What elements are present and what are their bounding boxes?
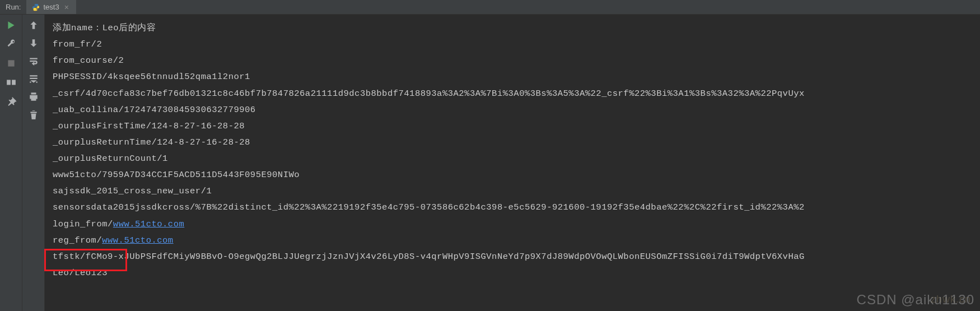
- console-line: _ourplusReturnTime/124-8-27-16-28-28: [53, 134, 974, 151]
- pin-icon[interactable]: [6, 96, 16, 106]
- console-toolbar: [22, 15, 45, 311]
- wrench-icon[interactable]: [6, 39, 16, 49]
- left-toolbar: [0, 15, 22, 311]
- console-line: reg_from/www.51cto.com: [53, 233, 974, 249]
- svg-rect-0: [8, 60, 14, 66]
- run-label: Run:: [0, 3, 26, 11]
- up-arrow-icon[interactable]: [29, 20, 39, 30]
- console-line: _ourplusReturnCount/1: [53, 151, 974, 167]
- svg-rect-1: [7, 80, 11, 85]
- python-icon: [32, 3, 40, 11]
- console-line: _ourplusFirstTime/124-8-27-16-28-28: [53, 118, 974, 134]
- console-line: _csrf/4d70ccfa83c7bef76db01321c8c46bf7b7…: [53, 86, 974, 102]
- svg-rect-2: [12, 80, 16, 85]
- layout-icon[interactable]: [6, 77, 16, 87]
- console-line: tfstk/fCMo9-xJUbPSFdfCMiyW9BBvO-O9egwQg2…: [53, 249, 974, 265]
- soft-wrap-icon[interactable]: [29, 56, 39, 66]
- console-line: from_course/2: [53, 53, 974, 69]
- trash-icon[interactable]: [29, 110, 39, 120]
- console-link[interactable]: www.51cto.com: [102, 235, 173, 245]
- run-tab[interactable]: test3 ×: [26, 0, 76, 14]
- console-text: login_from/: [53, 219, 113, 229]
- console-line: login_from/www.51cto.com: [53, 216, 974, 233]
- tab-name: test3: [43, 3, 59, 11]
- scroll-to-end-icon[interactable]: [29, 74, 39, 84]
- console-line: Leo/Leo123: [53, 265, 974, 281]
- print-icon[interactable]: [29, 92, 39, 102]
- down-arrow-icon[interactable]: [29, 38, 39, 48]
- stop-icon[interactable]: [6, 58, 16, 68]
- console-line: sensorsdata2015jssdkcross/%7B%22distinct…: [53, 199, 974, 216]
- console-text: reg_from/: [53, 235, 102, 245]
- console-line: _uab_collina/172474730845930632779906: [53, 102, 974, 118]
- console-line: www51cto/7959A7D34CC1F5ACD511D5443F095E9…: [53, 167, 974, 183]
- console-link[interactable]: www.51cto.com: [113, 219, 184, 229]
- main-area: 添加name：Leo后的内容from_fr/2from_course/2PHPS…: [0, 15, 980, 311]
- close-icon[interactable]: ×: [63, 3, 71, 12]
- console-line: sajssdk_2015_cross_new_user/1: [53, 183, 974, 199]
- console-output[interactable]: 添加name：Leo后的内容from_fr/2from_course/2PHPS…: [45, 15, 980, 311]
- console-line: PHPSESSID/4ksqee56tnnudl52qma1l2nor1: [53, 69, 974, 85]
- run-header: Run: test3 ×: [0, 0, 980, 15]
- console-line: 添加name：Leo后的内容: [53, 20, 974, 36]
- console-line: from_fr/2: [53, 36, 974, 53]
- rerun-icon[interactable]: [6, 20, 16, 30]
